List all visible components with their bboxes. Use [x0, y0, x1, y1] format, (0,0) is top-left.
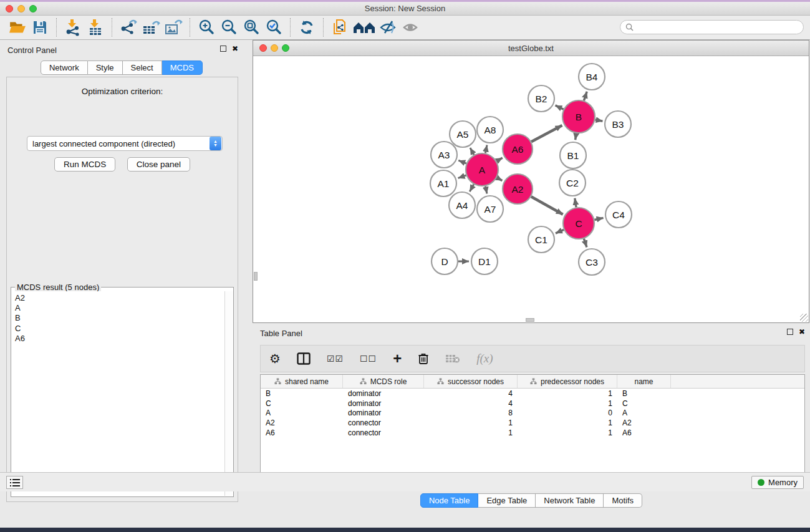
edge-C-C4[interactable]	[594, 218, 603, 220]
column-header-shared-name[interactable]: shared name	[261, 375, 343, 388]
edge-B-B3[interactable]	[595, 120, 603, 121]
edge-C-C2[interactable]	[575, 198, 576, 208]
tab-network-table[interactable]: Network Table	[536, 493, 604, 508]
node-C[interactable]: C	[563, 208, 594, 239]
tab-mcds[interactable]: MCDS	[162, 60, 203, 75]
table-cell[interactable]: connector	[343, 418, 424, 427]
edge-A-A3[interactable]	[458, 160, 466, 163]
mcds-result-list[interactable]: A2ABCA6	[12, 291, 224, 496]
optimization-criterion-select[interactable]: largest connected component (directed) ▲…	[27, 136, 223, 151]
import-table-button[interactable]	[84, 17, 107, 37]
edge-A2-C[interactable]	[531, 196, 563, 215]
tab-network[interactable]: Network	[41, 60, 88, 75]
close-panel-icon[interactable]: ✖	[232, 46, 238, 52]
node-A5[interactable]: A5	[450, 121, 476, 147]
node-C1[interactable]: C1	[528, 226, 554, 253]
table-cell[interactable]: 1	[424, 428, 518, 437]
create-column-button[interactable]: +	[393, 352, 402, 365]
table-cell[interactable]: 4	[424, 399, 518, 408]
node-A8[interactable]: A8	[477, 117, 503, 143]
column-header-name[interactable]: name	[617, 375, 671, 388]
table-cell[interactable]: C	[261, 399, 343, 408]
table-cell[interactable]: dominator	[343, 389, 424, 398]
table-cell[interactable]: dominator	[343, 409, 424, 417]
table-settings-button[interactable]: ⚙	[269, 351, 281, 366]
table-row[interactable]: Bdominator41B	[261, 389, 804, 399]
network-resize-grip[interactable]	[800, 314, 808, 322]
run-mcds-button[interactable]: Run MCDS	[54, 157, 115, 172]
edge-A-A6[interactable]	[496, 158, 502, 161]
table-cell[interactable]: 8	[424, 409, 518, 417]
table-cell[interactable]: 1	[424, 418, 518, 427]
table-cell[interactable]: 1	[518, 428, 617, 437]
mcds-result-item[interactable]: A6	[15, 334, 221, 344]
zoom-fit-button[interactable]	[240, 17, 263, 37]
edge-C-C1[interactable]	[556, 230, 564, 233]
node-A1[interactable]: A1	[430, 170, 456, 196]
hide-selected-button[interactable]	[377, 17, 400, 37]
node-D1[interactable]: D1	[471, 248, 498, 274]
edge-A-A7[interactable]	[485, 186, 486, 193]
float-table-panel-icon[interactable]	[787, 329, 793, 335]
edge-A-A2[interactable]	[497, 178, 503, 181]
mcds-result-item[interactable]: C	[15, 324, 221, 334]
select-all-columns-button[interactable]: ☑☑	[327, 354, 344, 364]
table-row[interactable]: A2connector11A2	[261, 418, 804, 428]
delete-table-button[interactable]	[445, 354, 460, 364]
node-D[interactable]: D	[432, 248, 458, 274]
tab-style[interactable]: Style	[88, 60, 123, 75]
edge-B-B4[interactable]	[584, 92, 587, 101]
search-field[interactable]	[620, 20, 804, 34]
table-cell[interactable]: 4	[424, 389, 518, 398]
table-cell[interactable]: C	[617, 399, 671, 408]
edge-A-A8[interactable]	[485, 145, 487, 153]
table-cell[interactable]: A2	[617, 418, 671, 427]
table-cell[interactable]: B	[261, 389, 343, 398]
table-cell[interactable]: B	[617, 389, 671, 398]
node-C3[interactable]: C3	[579, 249, 605, 275]
network-canvas[interactable]: B4B2BB3A5A8A6B1A3AA1C2A2A4A7C4CC1C3DD1	[253, 56, 809, 322]
node-B1[interactable]: B1	[560, 142, 586, 168]
save-session-button[interactable]	[29, 17, 51, 37]
open-file-button[interactable]	[6, 17, 29, 37]
tab-node-table[interactable]: Node Table	[420, 493, 479, 508]
zoom-out-button[interactable]	[218, 17, 240, 37]
tab-motifs[interactable]: Motifs	[604, 493, 642, 508]
new-network-from-selection-button[interactable]	[329, 17, 351, 37]
refresh-button[interactable]	[296, 17, 318, 37]
memory-button[interactable]: Memory	[751, 476, 804, 489]
node-A4[interactable]: A4	[449, 192, 475, 218]
show-columns-button[interactable]	[297, 352, 311, 365]
node-A3[interactable]: A3	[431, 142, 457, 168]
mcds-result-item[interactable]: A	[15, 303, 221, 313]
column-header-MCDS-role[interactable]: MCDS role	[343, 375, 424, 388]
search-input[interactable]	[637, 23, 798, 32]
network-vertical-scrollbar[interactable]	[254, 272, 258, 281]
table-row[interactable]: Adominator80A	[261, 409, 804, 418]
float-panel-icon[interactable]	[220, 46, 226, 52]
node-A2[interactable]: A2	[503, 174, 533, 204]
table-cell[interactable]: 0	[518, 409, 617, 417]
node-A7[interactable]: A7	[477, 196, 503, 222]
table-row[interactable]: Cdominator41C	[261, 399, 804, 409]
zoom-selected-button[interactable]	[263, 17, 285, 37]
table-cell[interactable]: A6	[261, 428, 343, 437]
first-neighbors-button[interactable]	[351, 17, 377, 37]
column-header-successor-nodes[interactable]: successor nodes	[424, 375, 518, 388]
export-table-button[interactable]	[140, 17, 162, 37]
table-cell[interactable]: A6	[617, 428, 671, 437]
node-C4[interactable]: C4	[605, 201, 632, 228]
tab-edge-table[interactable]: Edge Table	[478, 493, 536, 508]
node-B2[interactable]: B2	[528, 85, 554, 112]
edge-A6-B[interactable]	[531, 125, 562, 142]
show-panels-button[interactable]	[6, 476, 23, 489]
close-table-panel-icon[interactable]: ✖	[799, 329, 805, 335]
export-network-button[interactable]	[117, 17, 140, 37]
table-cell[interactable]: A	[617, 409, 671, 417]
table-cell[interactable]: 1	[518, 418, 617, 427]
close-panel-button[interactable]: Close panel	[127, 157, 190, 172]
edge-B-B2[interactable]	[556, 105, 564, 109]
node-A6[interactable]: A6	[503, 134, 533, 164]
node-C2[interactable]: C2	[559, 170, 586, 196]
edge-A-A5[interactable]	[470, 148, 474, 155]
